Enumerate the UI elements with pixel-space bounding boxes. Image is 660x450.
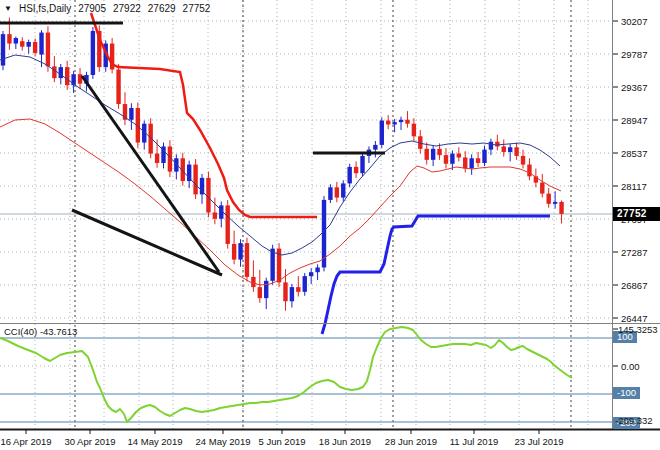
candle-body bbox=[52, 66, 56, 78]
candle-body bbox=[245, 243, 249, 277]
candle-body bbox=[213, 212, 217, 218]
candle-body bbox=[437, 149, 441, 155]
candle-body bbox=[59, 67, 63, 78]
trading-chart-window: ▼ HSI,fs,Daily 27905 27922 27629 27752 C… bbox=[0, 0, 660, 450]
candle-body bbox=[39, 33, 43, 55]
candle-body bbox=[193, 165, 197, 195]
candle-body bbox=[521, 156, 525, 165]
candle-body bbox=[258, 287, 262, 298]
ma-fast-line bbox=[0, 55, 560, 255]
candle-body bbox=[116, 69, 120, 104]
candle-body bbox=[553, 202, 557, 204]
candle-body bbox=[341, 183, 345, 197]
candle-body bbox=[444, 155, 448, 164]
candle-body bbox=[412, 124, 416, 137]
candle-body bbox=[328, 187, 332, 200]
candle-body bbox=[527, 165, 531, 177]
candle-body bbox=[559, 202, 563, 214]
candle-body bbox=[91, 31, 95, 75]
candle-body bbox=[283, 282, 287, 301]
candle-body bbox=[425, 149, 429, 160]
candle-body bbox=[335, 187, 339, 197]
candle-body bbox=[354, 167, 358, 173]
candle-body bbox=[540, 183, 544, 194]
candle-body bbox=[78, 74, 82, 83]
candle-body bbox=[155, 154, 159, 163]
candle-body bbox=[476, 158, 480, 163]
candle-body bbox=[399, 120, 403, 122]
candle-body bbox=[1, 34, 5, 65]
candle-body bbox=[187, 165, 191, 182]
candle-body bbox=[129, 108, 133, 120]
candle-body bbox=[303, 276, 307, 292]
candle-body bbox=[226, 205, 230, 243]
candle-body bbox=[33, 42, 37, 53]
candle-body bbox=[290, 287, 294, 301]
candle-body bbox=[347, 167, 351, 184]
cci-line bbox=[0, 327, 572, 422]
candle-body bbox=[469, 158, 473, 168]
candle-body bbox=[392, 122, 396, 124]
candle-body bbox=[270, 249, 274, 281]
candle-body bbox=[360, 156, 364, 173]
candle-body bbox=[232, 244, 236, 260]
candle-body bbox=[315, 267, 319, 272]
candle-body bbox=[380, 121, 384, 145]
candle-body bbox=[386, 121, 390, 125]
candle-body bbox=[206, 178, 210, 213]
chart-canvas[interactable] bbox=[0, 0, 660, 450]
candle-body bbox=[238, 243, 242, 259]
candle-body bbox=[431, 149, 435, 160]
candle-body bbox=[296, 287, 300, 292]
candle-body bbox=[65, 67, 69, 85]
candle-body bbox=[547, 194, 551, 204]
candle-body bbox=[405, 120, 409, 124]
candle-body bbox=[514, 147, 518, 156]
candle-body bbox=[489, 142, 493, 150]
candle-body bbox=[508, 147, 512, 152]
candle-body bbox=[463, 157, 467, 168]
candle-body bbox=[26, 42, 30, 47]
candle-body bbox=[251, 277, 255, 287]
candle-body bbox=[457, 154, 461, 158]
candle-body bbox=[502, 146, 506, 152]
candle-body bbox=[264, 281, 268, 298]
candle-body bbox=[7, 34, 11, 43]
candle-body bbox=[373, 145, 377, 150]
candle-body bbox=[46, 33, 50, 67]
candle-body bbox=[309, 272, 313, 276]
candle-body bbox=[495, 142, 499, 147]
candle-body bbox=[14, 38, 18, 44]
candle-body bbox=[174, 158, 178, 171]
candle-body bbox=[20, 41, 24, 47]
supertrend-support-line bbox=[322, 216, 550, 334]
candle-body bbox=[450, 154, 454, 164]
candle-body bbox=[482, 150, 486, 163]
